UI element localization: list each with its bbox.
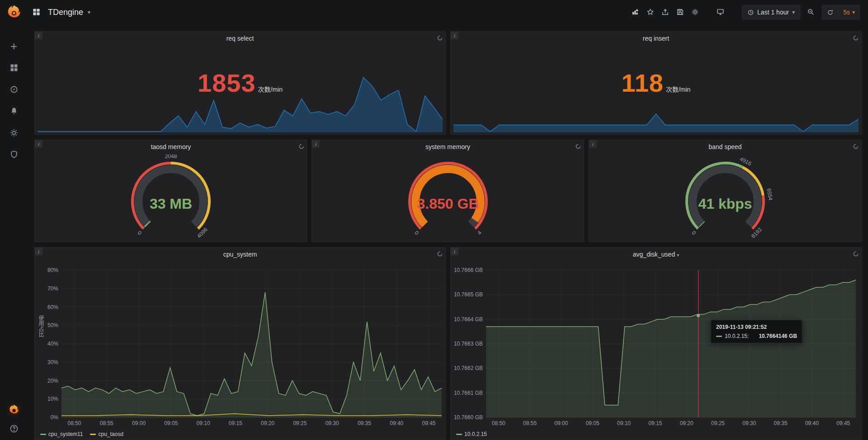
legend-item[interactable]: cpu_system11 (40, 431, 83, 437)
svg-text:08:50: 08:50 (67, 420, 81, 426)
svg-text:10.7664 GB: 10.7664 GB (454, 316, 483, 323)
panel-loading-spinner-icon (576, 143, 581, 151)
refresh-button[interactable] (822, 5, 838, 19)
legend-series-name: cpu_taosd (98, 431, 123, 437)
stat-number: 118 (622, 68, 664, 98)
svg-text:10.7662 GB: 10.7662 GB (454, 365, 483, 371)
share-button[interactable] (661, 8, 670, 16)
panel-title[interactable]: avg_disk_used▾ (451, 251, 861, 258)
svg-text:09:10: 09:10 (197, 420, 210, 426)
svg-text:09:40: 09:40 (390, 420, 403, 426)
panel-loading-spinner-icon (437, 250, 443, 258)
svg-text:0: 0 (136, 229, 143, 236)
panel-title[interactable]: system memory (312, 143, 584, 150)
dashboard-settings-button[interactable] (691, 8, 699, 16)
tooltip-series-name: 10.0.2.15: (725, 333, 749, 339)
svg-text:09:15: 09:15 (648, 420, 662, 426)
sidebar-admin-icon[interactable] (9, 150, 19, 159)
svg-text:0: 0 (690, 229, 697, 236)
legend-series-dash (90, 434, 96, 435)
top-navbar: TDengine ▾ Last 1 hour ▾ (28, 0, 868, 24)
svg-text:09:20: 09:20 (261, 420, 274, 426)
dashboard-title-caret-icon[interactable]: ▾ (88, 9, 90, 15)
sidebar-create-icon[interactable]: + (9, 41, 19, 51)
star-button[interactable] (646, 8, 655, 16)
svg-text:09:30: 09:30 (326, 420, 339, 426)
add-panel-button[interactable] (632, 8, 640, 16)
svg-text:20%: 20% (47, 378, 58, 384)
tooltip-value: 10.7664146 GB (759, 333, 797, 339)
panel-cpu-system: i cpu_system 使用占比 0%10%20%30%40%50%60%70… (34, 247, 446, 440)
cycle-view-mode-button[interactable] (717, 8, 725, 16)
y-axis-label: 使用占比 (37, 315, 45, 337)
refresh-interval-caret-icon: ▾ (852, 9, 855, 15)
panel-band-speed: i band speed 049166554819241 kbps (589, 140, 862, 242)
svg-text:10.7661 GB: 10.7661 GB (454, 390, 483, 396)
svg-text:10.7666 GB: 10.7666 GB (454, 267, 483, 273)
help-icon[interactable] (9, 424, 19, 434)
panel-loading-spinner-icon (853, 143, 859, 151)
legend-item[interactable]: 10.0.2.15 (456, 431, 487, 437)
panel-loading-spinner-icon (853, 250, 859, 258)
panel-taosd-memory: i taosd memory 02048409633 MB (34, 140, 307, 242)
svg-text:08:50: 08:50 (492, 420, 505, 426)
dashboard-grid-icon[interactable] (32, 8, 41, 17)
svg-text:09:40: 09:40 (805, 420, 819, 426)
panel-loading-spinner-icon (853, 34, 859, 42)
time-series-chart[interactable]: 10.7660 GB10.7661 GB10.7662 GB10.7663 GB… (451, 248, 861, 440)
sidebar-dashboards-icon[interactable] (9, 63, 19, 73)
refresh-button-group: 5s ▾ (822, 5, 860, 19)
svg-text:09:25: 09:25 (711, 420, 725, 426)
svg-text:10.7665 GB: 10.7665 GB (454, 291, 483, 298)
stat-number: 1853 (198, 68, 256, 98)
save-button[interactable] (676, 8, 684, 16)
sidebar-configuration-icon[interactable] (9, 128, 19, 138)
svg-text:4: 4 (476, 229, 483, 236)
grafana-logo[interactable] (6, 4, 22, 20)
svg-text:09:10: 09:10 (617, 420, 631, 426)
panel-loading-spinner-icon (437, 34, 443, 42)
svg-text:10%: 10% (47, 396, 58, 402)
panel-title[interactable]: cpu_system (35, 251, 445, 258)
legend-item[interactable]: cpu_taosd (90, 431, 123, 437)
svg-text:09:25: 09:25 (293, 420, 307, 426)
legend-series-name: 10.0.2.15 (464, 431, 487, 437)
zoom-out-button[interactable] (807, 8, 815, 16)
panel-title[interactable]: req insert (451, 35, 861, 42)
panel-title[interactable]: band speed (589, 143, 861, 150)
svg-text:0: 0 (413, 229, 420, 236)
tooltip-time: 2019-11-13 09:21:52 (716, 324, 797, 330)
time-picker-button[interactable]: Last 1 hour ▾ (742, 5, 800, 19)
svg-text:08:55: 08:55 (523, 420, 537, 426)
svg-text:30%: 30% (47, 359, 58, 365)
svg-text:09:30: 09:30 (742, 420, 756, 426)
sidebar: + (0, 0, 28, 440)
svg-text:10.7660 GB: 10.7660 GB (454, 414, 483, 421)
time-picker-caret-icon: ▾ (792, 9, 795, 15)
user-avatar[interactable] (7, 403, 21, 417)
panel-title[interactable]: req select (35, 35, 445, 42)
sidebar-alerting-icon[interactable] (9, 106, 19, 116)
svg-text:10.7663 GB: 10.7663 GB (454, 341, 483, 347)
dashboard-title[interactable]: TDengine (48, 8, 83, 17)
panel-req-insert: i req insert 118 次数/min (450, 31, 862, 135)
time-series-chart[interactable]: 0%10%20%30%40%50%60%70%80%08:5008:5509:0… (35, 248, 445, 440)
chart-tooltip: 2019-11-13 09:21:52 10.0.2.15: 10.766414… (711, 320, 802, 343)
svg-text:09:00: 09:00 (132, 420, 146, 426)
refresh-interval-button[interactable]: 5s ▾ (838, 5, 859, 19)
panel-title[interactable]: taosd memory (35, 143, 307, 150)
panel-avg-disk-used: i avg_disk_used▾ 10.7660 GB10.7661 GB10.… (450, 247, 862, 440)
svg-text:0%: 0% (51, 414, 59, 421)
svg-text:09:35: 09:35 (774, 420, 788, 426)
legend-series-name: cpu_system11 (48, 431, 83, 437)
tooltip-series-dash (716, 336, 722, 337)
svg-text:41 kbps: 41 kbps (698, 196, 752, 212)
svg-text:09:05: 09:05 (586, 420, 599, 426)
panel-menu-caret-icon[interactable]: ▾ (677, 253, 679, 257)
panel-loading-spinner-icon (299, 143, 304, 151)
sidebar-explore-icon[interactable] (9, 84, 19, 94)
svg-text:09:00: 09:00 (554, 420, 568, 426)
svg-text:09:45: 09:45 (422, 420, 435, 426)
stat-unit: 次数/min (258, 84, 283, 94)
svg-text:80%: 80% (47, 267, 58, 273)
